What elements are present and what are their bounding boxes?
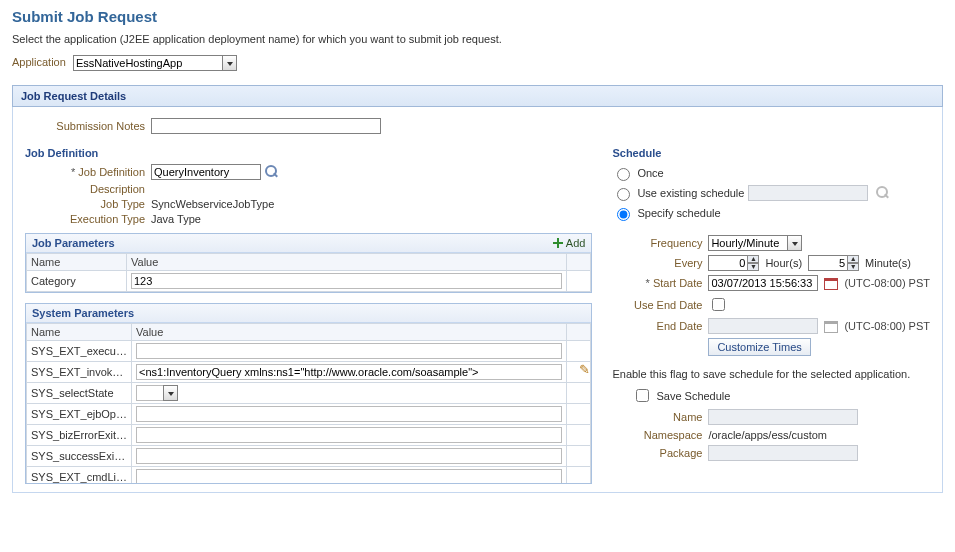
timezone-text: (UTC-08:00) PST [844,320,930,332]
chevron-down-icon[interactable] [787,235,802,251]
schedule-package-input [708,445,858,461]
application-select[interactable] [73,55,223,71]
schedule-namespace-value: /oracle/apps/ess/custom [708,429,827,441]
page-instructions: Select the application (J2EE application… [12,33,943,45]
param-name: SYS_EXT_invokeM... [31,366,127,378]
application-label: Application [12,56,66,68]
frequency-select[interactable] [708,235,788,251]
schedule-specify-radio[interactable] [617,208,630,221]
param-value-input[interactable] [131,273,562,289]
add-label: Add [566,237,586,249]
use-end-date-label: Use End Date [612,299,702,311]
schedule-package-label: Package [612,447,702,459]
description-label: Description [25,183,145,195]
use-end-date-checkbox[interactable] [712,298,725,311]
hours-input[interactable] [708,255,748,271]
hours-spinner[interactable]: ▲▼ [747,255,759,271]
param-name: SYS_selectState [31,387,127,399]
col-value: Value [132,324,567,341]
schedule-once-radio[interactable] [617,168,630,181]
execution-type-value: Java Type [151,213,201,225]
calendar-icon[interactable] [824,276,838,290]
schedule-namespace-label: Namespace [612,429,702,441]
param-value-input[interactable] [136,406,562,422]
param-value-input[interactable] [136,469,562,483]
table-row: SYS_EXT_cmdLine... [27,467,591,484]
job-type-value: SyncWebserviceJobType [151,198,274,210]
param-value-input[interactable] [136,427,562,443]
application-dropdown-icon[interactable] [222,55,237,71]
col-name: Name [27,324,132,341]
schedule-specify-label: Specify schedule [637,207,720,219]
minutes-spinner[interactable]: ▲▼ [847,255,859,271]
col-value: Value [127,254,567,271]
chevron-down-icon[interactable] [163,385,178,401]
job-definition-input[interactable] [151,164,261,180]
param-value-input[interactable] [136,343,562,359]
start-date-label: Start Date [612,277,702,289]
param-name: Category [27,271,127,292]
hours-suffix: Hour(s) [765,257,802,269]
schedule-section-title: Schedule [612,143,930,161]
add-button[interactable]: Add [552,237,586,249]
col-name: Name [27,254,127,271]
schedule-name-input [708,409,858,425]
submission-notes-input[interactable] [151,118,381,134]
table-row: SYS_selectState [27,383,591,404]
param-name: SYS_EXT_cmdLine... [31,471,127,483]
job-parameters-table: Name Value Category [26,253,591,292]
job-definition-label: Job Definition [25,166,145,178]
search-icon[interactable] [265,165,279,179]
save-schedule-label: Save Schedule [656,390,730,402]
edit-icon[interactable] [572,364,586,378]
every-label: Every [612,257,702,269]
param-name: SYS_successExitC... [31,450,127,462]
frequency-label: Frequency [612,237,702,249]
system-parameters-title: System Parameters [32,307,134,319]
schedule-once-label: Once [637,167,663,179]
param-name: SYS_EXT_ejbOper... [31,408,127,420]
end-date-label: End Date [612,320,702,332]
execution-type-label: Execution Type [25,213,145,225]
table-row: SYS_successExitC... [27,446,591,467]
schedule-existing-label: Use existing schedule [637,187,744,199]
job-parameters-title: Job Parameters [32,237,115,249]
table-row: Category [27,271,591,292]
start-date-input[interactable] [708,275,818,291]
minutes-suffix: Minute(s) [865,257,911,269]
schedule-name-label: Name [612,411,702,423]
end-date-input [708,318,818,334]
table-row: SYS_EXT_ejbOper... [27,404,591,425]
system-parameters-table: Name Value SYS_EXT_executa... SYS_EXT_in… [26,323,591,483]
job-type-label: Job Type [25,198,145,210]
save-schedule-checkbox[interactable] [636,389,649,402]
save-schedule-hint: Enable this flag to save schedule for th… [612,368,930,380]
schedule-existing-radio[interactable] [617,188,630,201]
search-icon [876,186,890,200]
job-definition-section-title: Job Definition [25,143,592,161]
existing-schedule-input [748,185,868,201]
table-row: SYS_bizErrorExitC... [27,425,591,446]
table-row: SYS_EXT_invokeM... [27,362,591,383]
table-row: SYS_EXT_executa... [27,341,591,362]
plus-icon [552,237,564,249]
job-request-details-header: Job Request Details [12,85,943,107]
param-value-select[interactable] [136,385,164,401]
submission-notes-label: Submission Notes [25,120,145,132]
page-title: Submit Job Request [12,8,943,25]
param-name: SYS_EXT_executa... [31,345,127,357]
param-value-input[interactable] [136,364,562,380]
minutes-input[interactable] [808,255,848,271]
customize-times-button[interactable]: Customize Times [708,338,810,356]
timezone-text: (UTC-08:00) PST [844,277,930,289]
param-name: SYS_bizErrorExitC... [31,429,127,441]
param-value-input[interactable] [136,448,562,464]
calendar-icon [824,319,838,333]
